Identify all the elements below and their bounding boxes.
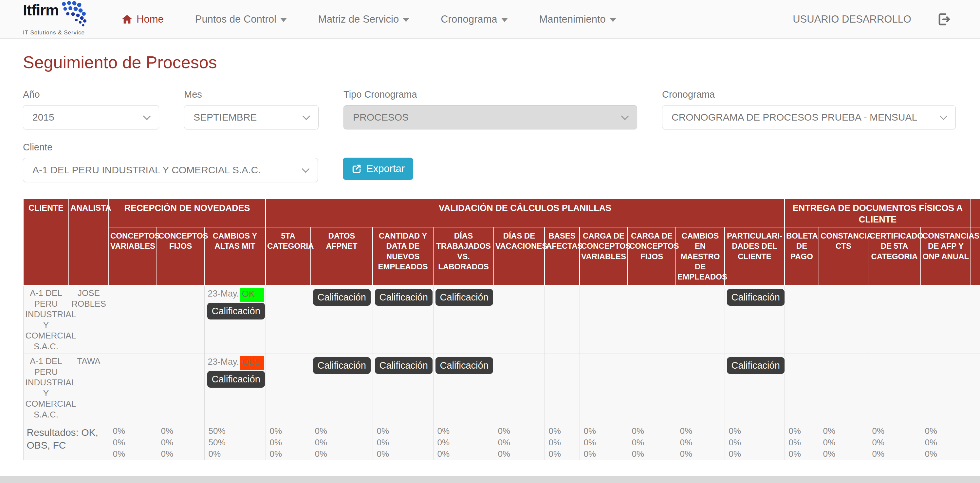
year-select[interactable]: 2015 [23,105,159,129]
column-header: PARTICULARI-DADES DEL CLIENTE [725,227,784,285]
calificacion-button[interactable]: Calificación [727,289,784,306]
client-select[interactable]: A-1 DEL PERU INDUSTRIAL Y COMERCIAL S.A.… [23,158,318,182]
table-cell [784,354,819,422]
table-cell: 23-May.OBSCalificación [204,354,266,422]
table-cell: Calificación [372,285,433,354]
results-cell: 0%0%0% [372,422,433,460]
table-cell [971,354,980,422]
table-cell: Calificación [433,285,494,354]
calificacion-button[interactable]: Calificación [727,357,784,374]
table-cell: Calificación [311,354,372,422]
nav-item-mantenimiento[interactable]: Mantenimiento [539,13,616,25]
percentage-value: 0% [208,448,266,460]
results-cell: 0%0%0% [628,422,676,460]
table-cell [109,285,157,354]
percentage-value: 0% [377,448,433,460]
logout-icon[interactable] [937,12,951,27]
analyst-cell: TAWA [69,354,109,422]
filters-row-2: Cliente A-1 DEL PERU INDUSTRIAL Y COMERC… [23,142,980,182]
percentage-value: 0% [161,448,204,460]
username-label: USUARIO DESARROLLO [793,13,911,25]
percentage-value: 0% [113,425,157,437]
table-cell [109,354,157,422]
percentage-value: 0% [632,425,676,437]
column-header: DÍAS TRABAJADOS VS. LABORADOS [433,227,494,285]
table-cell [494,354,544,422]
schedule-select[interactable]: CRONOGRAMA DE PROCESOS PRUEBA - MENSUAL [662,105,956,129]
percentage-value: 0% [549,437,579,448]
calificacion-button[interactable]: Calificación [436,357,493,374]
results-cell: 0%0%0% [311,422,372,460]
percentage-value: 0% [161,437,204,448]
group-header: RECEPCIÓN DE NOVEDADES [109,199,266,227]
percentage-value: 0% [161,425,204,437]
filters-row-1: Año 2015 Mes SEPTIEMBRE Tipo Cronograma … [23,89,980,129]
nav-item-home[interactable]: Home [121,13,164,25]
percentage-value: 0% [823,448,868,460]
title-divider [23,79,957,79]
results-cell: 0%0%0% [109,422,157,460]
nav-item-label: Cronograma [441,13,497,25]
calificacion-button[interactable]: Calificación [375,289,433,306]
results-cell: 0%0%0% [494,422,544,460]
chevron-down-icon [610,18,616,22]
export-button-label: Exportar [366,163,405,175]
table-cell [157,285,204,354]
results-cell: 0%0%0% [157,422,204,460]
brand-tagline: IT Solutions & Service [23,29,91,36]
navbar: Itfirm IT Solutions & Service Home Punto [0,0,980,39]
column-header: CONCEPTOS FIJOS [157,227,204,285]
table-cell: Calificación [311,285,372,354]
export-button[interactable]: Exportar [343,158,413,180]
percentage-value: 0% [113,437,157,448]
calificacion-button[interactable]: Calificación [436,289,493,306]
horizontal-scrollbar[interactable] [0,476,980,483]
due-date-line: 23-May.OK [206,288,264,302]
calificacion-button[interactable]: Calificación [313,357,371,374]
schedule-type-select-value: PROCESOS [353,112,409,123]
chevron-down-icon [302,165,309,173]
calificacion-button[interactable]: Calificación [207,371,265,387]
group-header [971,199,980,227]
calificacion-button[interactable]: Calificación [313,289,371,306]
percentage-value: 0% [925,425,971,437]
nav-item-cronograma[interactable]: Cronograma [441,13,508,25]
calificacion-button[interactable]: Calificación [207,303,265,319]
table-cell [971,285,980,354]
nav-item-matriz-de-servicio[interactable]: Matriz de Servicio [318,13,409,25]
column-header: CARGA DE CONCEPTOS FIJOS [628,227,676,285]
table-cell [868,285,921,354]
results-row: Resultados: OK, OBS, FC0%0%0%0%0%0%50%50… [23,422,980,460]
column-header: DÍAS DE VACACIONES [494,227,544,285]
nav-item-label: Home [137,13,164,25]
table-cell [266,354,311,422]
table-cell [544,354,579,422]
chevron-down-icon [143,112,151,120]
percentage-value: 0% [632,437,676,448]
month-select[interactable]: SEPTIEMBRE [184,105,318,129]
results-cell: 0%0%0% [266,422,311,460]
nav-item-puntos-de-control[interactable]: Puntos de Control [195,13,287,25]
schedule-type-select: PROCESOS [344,105,637,129]
percentage-value: 0% [438,437,494,448]
table-cell [544,285,579,354]
results-cell [971,422,980,460]
percentage-value: 0% [498,448,544,460]
percentage-value: 0% [729,437,784,448]
chevron-down-icon [939,112,947,120]
calificacion-button[interactable]: Calificación [375,357,433,374]
status-badge: OBS [240,356,264,370]
schedule-label: Cronograma [662,89,956,100]
table-row: A-1 DEL PERU INDUSTRIAL Y COMERCIAL S.A.… [23,285,980,354]
table-row: A-1 DEL PERU INDUSTRIAL Y COMERCIAL S.A.… [23,354,980,422]
percentage-value: 0% [498,437,544,448]
column-header: CAMBIOS Y ALTAS MIT [204,227,266,285]
percentage-value: 0% [680,437,725,448]
logo-dots-swoosh [60,1,91,28]
column-header: BASES AFECTAS [544,227,579,285]
percentage-value: 0% [729,448,784,460]
percentage-value: 0% [632,448,676,460]
table-cell: Calificación [725,354,784,422]
column-header: CERTIFICADO DE 5TA CATEGORIA [868,227,921,285]
percentage-value: 0% [823,425,868,437]
